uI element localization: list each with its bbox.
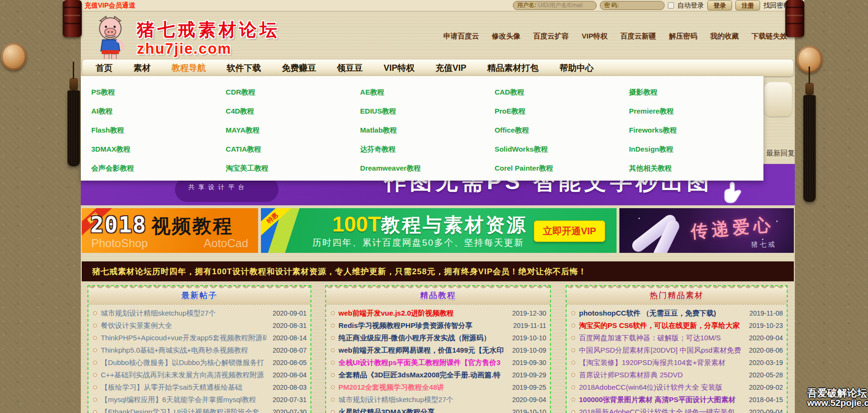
dropdown-link[interactable]: Fireworks教程	[629, 121, 763, 140]
post-title-link[interactable]: Redis学习视频教程PHP珍贵资源传智分享	[338, 321, 506, 330]
dropdown-link[interactable]: EDIUS教程	[360, 102, 495, 121]
header-link[interactable]: 百度云扩容	[533, 32, 569, 41]
post-row[interactable]: 【mysql编程应用】6天就能学会并掌握mysql教程2020-07-31	[92, 394, 307, 406]
post-row[interactable]: 【淘宝装修】1920PSD海报共104套+背景素材2020-03-19	[570, 356, 783, 369]
post-row[interactable]: 【Dubbo核心微服务】以Dubbo为核心解锁微服务打2020-08-05	[92, 356, 307, 369]
dropdown-link[interactable]: Corel Painter教程	[494, 159, 629, 178]
nav-item-充值VIP[interactable]: 充值VIP	[435, 62, 466, 74]
login-button[interactable]: 登录	[707, 0, 732, 10]
dropdown-link[interactable]: 会声会影教程	[91, 159, 226, 178]
post-title-link[interactable]: 百度网盘加速下载神器：破解版；可达10M/S	[579, 334, 743, 343]
post-row[interactable]: 火星时代精品3DMAX教程分享2019-10-10	[330, 406, 546, 413]
post-row[interactable]: Redis学习视频教程PHP珍贵资源传智分享2019-11-11	[330, 319, 546, 332]
banner-100t-resources[interactable]: 特惠 100T 教程与素材资源 历时四年、累计百度网盘50多个、坚持每天更新 立…	[261, 208, 617, 253]
post-title-link[interactable]: photoshopCC软件 （无需豆豆，免费下载)	[579, 309, 743, 318]
post-row[interactable]: 淘宝买的PS CS6软件，可以在线更新，分享给大家2019-10-23	[570, 319, 783, 332]
post-title-link[interactable]: 【EthankDesign学习】UI设计视频教程进阶班全套	[101, 408, 267, 413]
dropdown-link[interactable]: Flash教程	[91, 121, 226, 140]
dropdown-link[interactable]: InDesign教程	[629, 140, 763, 159]
post-title-link[interactable]: 纯正商业级应用-微信小程序开发实战（附源码）	[338, 334, 506, 343]
post-row[interactable]: web前端开发vue.js2.0进阶视频教程2019-12-30	[330, 307, 546, 319]
dropdown-link[interactable]: AE教程	[360, 83, 495, 102]
header-link[interactable]: 申请百度云	[444, 32, 479, 41]
post-title-link[interactable]: 【板绘学习】从零开始学sai5天精通板绘基础	[101, 383, 267, 392]
nav-item-帮助中心[interactable]: 帮助中心	[559, 62, 594, 74]
post-title-link[interactable]: PM2012全套视频学习教程全48讲	[338, 383, 506, 392]
post-row[interactable]: 【EthankDesign学习】UI设计视频教程进阶班全套2020-07-30	[92, 406, 307, 413]
post-title-link[interactable]: ThinkPHP5+Apicoud+vue开发app5套视频教程附源码	[101, 334, 267, 343]
dropdown-link[interactable]: Office教程	[494, 121, 629, 140]
post-title-link[interactable]: 【淘宝装修】1920PSD海报共104套+背景素材	[579, 358, 743, 367]
post-row[interactable]: Thinkphp5.0基础+商城实战+电商秒杀视频教程2020-08-07	[92, 344, 307, 356]
post-title-link[interactable]: 【mysql编程应用】6天就能学会并掌握mysql教程	[101, 395, 267, 404]
dropdown-link[interactable]: CAD教程	[494, 83, 629, 102]
post-row[interactable]: 【板绘学习】从零开始学sai5天精通板绘基础2020-08-03	[92, 381, 307, 394]
password-input[interactable]: 密 码:	[600, 1, 665, 10]
dropdown-link[interactable]: CATIA教程	[226, 140, 360, 159]
post-row[interactable]: 中国风PSD分层素材库[20DVD] 中国风psd素材免费2020-08-06	[570, 344, 783, 356]
post-title-link[interactable]: 火星时代精品3DMAX教程分享	[338, 408, 506, 413]
nav-item-素材[interactable]: 素材	[134, 62, 151, 74]
vip-channel-link[interactable]: 充值VIP会员通道	[85, 1, 135, 10]
post-title-link[interactable]: 【Dubbo核心微服务】以Dubbo为核心解锁微服务打	[101, 358, 267, 367]
register-button[interactable]: 注册	[735, 0, 760, 10]
post-title-link[interactable]: 全栈UI设计教程ps平面美工教程附课件【官方售价3	[338, 358, 506, 367]
post-title-link[interactable]: 城市规划设计精细sketchup模型27个	[101, 309, 267, 318]
header-link[interactable]: 我的收藏	[710, 32, 739, 41]
post-row[interactable]: photoshopCC软件 （无需豆豆，免费下载)2019-11-08	[570, 307, 783, 319]
post-title-link[interactable]: Thinkphp5.0基础+商城实战+电商秒杀视频教程	[101, 346, 267, 355]
post-row[interactable]: 纯正商业级应用-微信小程序开发实战（附源码）2019-10-10	[330, 332, 546, 344]
post-title-link[interactable]: web前端开发工程师网易课程，价值1499元【无水印	[338, 346, 506, 355]
post-row[interactable]: 百度网盘加速下载神器：破解版；可达10M/S2020-09-04	[570, 332, 783, 344]
dropdown-link[interactable]: MAYA教程	[226, 121, 360, 140]
dropdown-link[interactable]: 达芬奇教程	[360, 140, 495, 159]
nav-item-免费赚豆[interactable]: 免费赚豆	[282, 62, 316, 74]
open-vip-button[interactable]: 立即开通VIP	[534, 221, 605, 242]
post-title-link[interactable]: web前端开发vue.js2.0进阶视频教程	[338, 309, 506, 318]
post-row[interactable]: web前端开发工程师网易课程，价值1499元【无水印2019-10-09	[330, 344, 546, 356]
post-row[interactable]: ThinkPHP5+Apicoud+vue开发app5套视频教程附源码2020-…	[92, 332, 307, 344]
nav-item-VIP特权[interactable]: VIP特权	[384, 62, 415, 74]
dropdown-link[interactable]: 淘宝美工教程	[226, 159, 360, 178]
dropdown-link[interactable]: 摄影教程	[629, 83, 763, 102]
dropdown-link[interactable]: CDR教程	[226, 83, 360, 102]
post-title-link[interactable]: 2018最新AdobeCC设计软件大全 绿色一键安装包	[579, 408, 743, 413]
dropdown-link[interactable]: PS教程	[91, 83, 226, 102]
post-row[interactable]: 城市规划设计精细sketchup模型27个2020-09-01	[92, 307, 307, 319]
post-title-link[interactable]: 中国风PSD分层素材库[20DVD] 中国风psd素材免费	[579, 346, 743, 355]
nav-item-软件下载[interactable]: 软件下载	[227, 62, 261, 74]
post-title-link[interactable]: 2018AdobeCC(win64位)设计软件大全 安装版	[579, 383, 743, 392]
header-link[interactable]: 百度云新疆	[620, 32, 656, 41]
dropdown-link[interactable]: Dreamweaver教程	[360, 159, 495, 178]
nav-item-教程导航[interactable]: 教程导航	[172, 62, 206, 74]
post-row[interactable]: 2018AdobeCC(win64位)设计软件大全 安装版2020-09-02	[570, 381, 783, 394]
header-link[interactable]: 解压密码	[669, 32, 697, 41]
post-row[interactable]: PM2012全套视频学习教程全48讲2019-09-25	[330, 381, 546, 394]
post-row[interactable]: 全栈UI设计教程ps平面美工教程附课件【官方售价32019-09-30	[330, 356, 546, 369]
post-row[interactable]: 全套精品《3D巨匠3dsMax2008完全手册.动画篇.特2019-09-29	[330, 369, 546, 381]
username-input[interactable]: 用户名: UID/用户名/Email	[513, 1, 597, 10]
dropdown-link[interactable]: C4D教程	[226, 102, 360, 121]
header-link[interactable]: 下载链失效	[752, 32, 787, 41]
post-title-link[interactable]: 城市规划设计精细sketchup模型27个	[338, 395, 506, 404]
dropdown-link[interactable]: 其他相关教程	[629, 159, 763, 178]
nav-item-精品素材打包[interactable]: 精品素材打包	[487, 62, 539, 74]
dropdown-link[interactable]: 3DMAX教程	[91, 140, 226, 159]
post-title-link[interactable]: 首席设计师PSD素材辞典 25DVD	[579, 371, 743, 380]
post-title-link[interactable]: C++基础到实战再到未来发展方向高清视频教程附源	[101, 371, 267, 380]
post-row[interactable]: 100000张背景图片素材 高清PS平面设计大图素材2018-04-15	[570, 394, 783, 406]
post-title-link[interactable]: 餐饮设计实景案例大全	[101, 321, 267, 330]
post-row[interactable]: 城市规划设计精细sketchup模型27个2020-09-04	[330, 394, 546, 406]
nav-item-首页[interactable]: 首页	[96, 62, 113, 74]
dropdown-link[interactable]: SolidWorks教程	[494, 140, 629, 159]
header-link[interactable]: VIP特权	[582, 32, 608, 41]
post-row[interactable]: 餐饮设计实景案例大全2020-08-31	[92, 319, 307, 332]
post-title-link[interactable]: 淘宝买的PS CS6软件，可以在线更新，分享给大家	[579, 321, 743, 330]
header-link[interactable]: 修改头像	[492, 32, 521, 41]
dropdown-link[interactable]: ProE教程	[494, 102, 629, 121]
post-title-link[interactable]: 全套精品《3D巨匠3dsMax2008完全手册.动画篇.特	[338, 371, 506, 380]
banner-2018-video-tutorials[interactable]: 最新 2018 视频教程 PhotoShop AotoCad	[82, 208, 258, 253]
nav-item-领豆豆[interactable]: 领豆豆	[337, 62, 363, 74]
banner-love-donation[interactable]: 传递爱心 猪七戒	[619, 208, 794, 253]
dropdown-link[interactable]: AI教程	[91, 102, 226, 121]
